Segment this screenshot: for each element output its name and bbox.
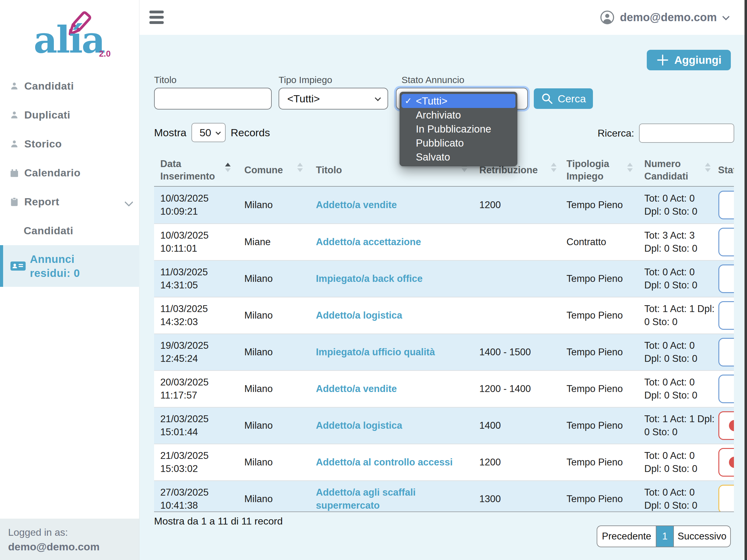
- pagination: Precedente 1 Successivo: [597, 526, 731, 547]
- sidebar-item-report-candidati[interactable]: Candidati: [0, 216, 139, 245]
- dropdown-option-archiviato[interactable]: Archiviato: [402, 108, 515, 122]
- cell-retribuzione: 1200: [479, 198, 554, 212]
- chevron-down-icon: [215, 130, 221, 135]
- cell-retribuzione: 1400 - 1500: [479, 346, 554, 359]
- annuncio-title-link[interactable]: Addetto/a vendite: [316, 198, 471, 212]
- annuncio-title-link[interactable]: Addetto/a agli scaffali supermercato: [316, 486, 471, 512]
- menu-icon[interactable]: [149, 10, 164, 26]
- sort-icon[interactable]: [225, 163, 231, 172]
- cell-comune: Milano: [244, 456, 304, 469]
- chevron-down-icon: [375, 95, 381, 101]
- search-button[interactable]: Cerca: [534, 88, 593, 109]
- cell-numero-candidati: Tot: 0 Act: 0 Dpl: 0 Sto: 0: [644, 266, 724, 292]
- page-size-select[interactable]: 50: [191, 123, 226, 142]
- titolo-filter-input[interactable]: [154, 88, 272, 109]
- status-button[interactable]: [718, 411, 734, 440]
- table-search-input[interactable]: [639, 124, 734, 143]
- dropdown-option-in-pubblicazione[interactable]: In Pubblicazione: [402, 122, 515, 136]
- mostra-label: Mostra: [154, 127, 186, 139]
- status-dot: [729, 420, 734, 431]
- tipo-impiego-filter-label: Tipo Impiego: [279, 75, 332, 85]
- column-header-numero-candidati[interactable]: Numero Candidati: [644, 154, 705, 186]
- status-button[interactable]: [718, 228, 734, 256]
- column-header-stato[interactable]: Stato: [718, 154, 734, 186]
- cell-comune: Milano: [244, 309, 304, 322]
- sort-icon[interactable]: [297, 163, 303, 172]
- account-email: demo@demo.com: [620, 11, 717, 24]
- sort-icon[interactable]: [627, 163, 633, 172]
- next-page-button[interactable]: Successivo: [674, 526, 731, 547]
- cell-data-inserimento: 10/03/202510:09:21: [160, 192, 229, 218]
- cell-data-inserimento: 11/03/202514:32:03: [160, 302, 229, 328]
- table-bottom-divider: [154, 511, 734, 512]
- page-size-control: Mostra 50 Records: [154, 123, 270, 142]
- sidebar-item-annunci-residui[interactable]: Annunci residui: 0: [0, 245, 139, 287]
- annuncio-title-link[interactable]: Addetto/a al controllo accessi: [316, 456, 471, 469]
- cell-data-inserimento: 10/03/202510:11:01: [160, 229, 229, 255]
- chevron-down-icon: [125, 198, 133, 207]
- table-body: 10/03/202510:09:21 Milano Addetto/a vend…: [154, 187, 734, 512]
- previous-page-button[interactable]: Precedente: [597, 526, 656, 547]
- sidebar: alía 2.0 Candidati Duplicati Storico: [0, 0, 139, 560]
- chevron-down-icon: [722, 13, 729, 20]
- search-icon: [541, 92, 553, 105]
- column-header-tipologia-impiego[interactable]: Tipologia Impiego: [566, 154, 619, 186]
- annuncio-title-link[interactable]: Impiegato/a ufficio qualità: [316, 346, 471, 359]
- dropdown-option-tutti[interactable]: ✓ <Tutti>: [402, 94, 515, 108]
- sidebar-item-duplicati[interactable]: Duplicati: [0, 101, 139, 129]
- sort-icon[interactable]: [705, 163, 711, 172]
- current-page-button[interactable]: 1: [656, 526, 674, 547]
- dropdown-option-pubblicato[interactable]: Pubblicato: [402, 136, 515, 150]
- annuncio-title-link[interactable]: Addetto/a logistica: [316, 419, 471, 432]
- status-button[interactable]: [718, 191, 734, 219]
- status-button[interactable]: [718, 485, 734, 512]
- column-header-comune[interactable]: Comune: [244, 154, 300, 186]
- check-icon: ✓: [405, 96, 412, 106]
- cell-retribuzione: 1200: [479, 456, 554, 469]
- status-button[interactable]: [718, 301, 734, 330]
- cell-numero-candidati: Tot: 3 Act: 3 Dpl: 0 Sto: 0: [644, 229, 724, 255]
- table-row: 11/03/202514:32:03 Milano Addetto/a logi…: [154, 297, 734, 334]
- status-button[interactable]: [718, 338, 734, 367]
- cell-comune: Milano: [244, 419, 304, 432]
- cell-data-inserimento: 21/03/202515:01:44: [160, 412, 229, 439]
- sidebar-item-calendario[interactable]: Calendario: [0, 158, 139, 187]
- cell-tipologia-impiego: Tempo Pieno: [566, 456, 635, 469]
- status-button[interactable]: [718, 448, 734, 477]
- table-row: 20/03/202511:17:57 Milano Addetto/a vend…: [154, 370, 734, 407]
- cell-retribuzione: 1300: [479, 492, 554, 506]
- sort-icon[interactable]: [551, 163, 557, 172]
- column-header-data-inserimento[interactable]: Data Inserimento: [160, 154, 215, 186]
- annuncio-title-link[interactable]: Addetto/a logistica: [316, 309, 471, 322]
- table-row: 21/03/202515:03:02 Milano Addetto/a al c…: [154, 444, 734, 480]
- account-menu[interactable]: demo@demo.com: [600, 0, 728, 35]
- sidebar-footer: Logged in as: demo@demo.com: [0, 518, 139, 560]
- table-row: 19/03/202512:45:24 Milano Impiegato/a uf…: [154, 334, 734, 370]
- annuncio-title-link[interactable]: Impiegato/a back office: [316, 272, 471, 285]
- annuncio-title-link[interactable]: Addetto/a accettazione: [316, 236, 471, 248]
- dropdown-option-salvato[interactable]: Salvato: [402, 150, 515, 164]
- status-button[interactable]: [718, 375, 734, 403]
- id-card-icon: [10, 261, 26, 271]
- cell-retribuzione: 1400: [479, 419, 554, 432]
- app-logo[interactable]: alía 2.0: [0, 12, 139, 65]
- sidebar-item-report[interactable]: Report: [0, 187, 139, 216]
- table-row: 21/03/202515:01:44 Milano Addetto/a logi…: [154, 407, 734, 444]
- add-button[interactable]: Aggiungi: [647, 50, 731, 70]
- cell-data-inserimento: 27/03/202510:41:38: [160, 486, 229, 512]
- user-icon: [9, 81, 20, 91]
- status-button[interactable]: [718, 264, 734, 293]
- table-search-control: Ricerca:: [598, 124, 734, 143]
- cell-tipologia-impiego: Tempo Pieno: [566, 346, 635, 359]
- sidebar-item-storico[interactable]: Storico: [0, 129, 139, 158]
- cell-numero-candidati: Tot: 0 Act: 0 Dpl: 0 Sto: 0: [644, 192, 724, 218]
- cell-comune: Milano: [244, 492, 304, 506]
- ricerca-label: Ricerca:: [598, 128, 634, 139]
- table-row: 10/03/202510:09:21 Milano Addetto/a vend…: [154, 187, 734, 223]
- table-row: 27/03/202510:41:38 Milano Addetto/a agli…: [154, 480, 734, 512]
- cell-data-inserimento: 19/03/202512:45:24: [160, 339, 229, 365]
- sidebar-item-candidati[interactable]: Candidati: [0, 72, 139, 101]
- tipo-impiego-select[interactable]: <Tutti>: [279, 88, 388, 109]
- logged-in-email: demo@demo.com: [8, 541, 139, 553]
- annuncio-title-link[interactable]: Addetto/a vendite: [316, 382, 471, 395]
